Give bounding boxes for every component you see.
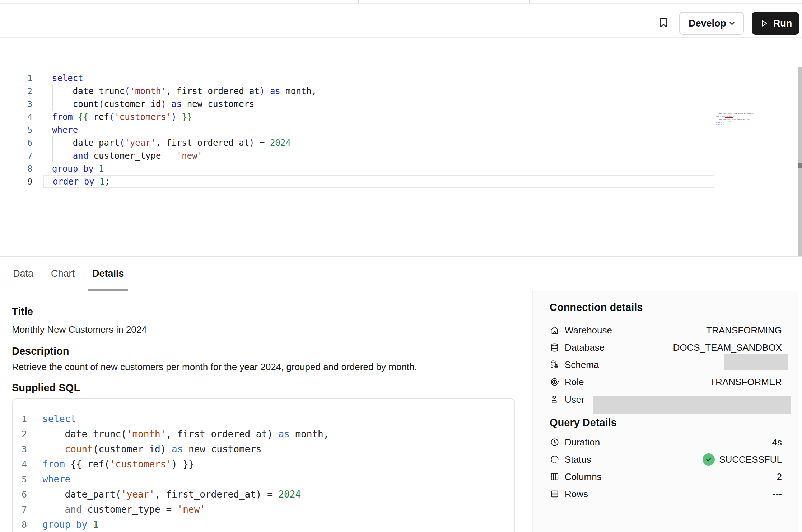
code-token: 1 (99, 164, 104, 174)
code-text: date_part('year', first_ordered_at) = 20… (43, 136, 714, 149)
code-token: count (42, 444, 93, 454)
code-line[interactable]: 2 date_trunc('month', first_ordered_at) … (0, 85, 714, 98)
code-token: customer_type = (82, 504, 177, 515)
chevron-down-icon (727, 19, 737, 28)
code-line[interactable]: 4from {{ ref('customers') }} (0, 111, 714, 123)
code-line[interactable]: 3 count(customer_id) as new_customers (0, 98, 714, 111)
line-number: 3 (0, 99, 43, 109)
code-token: month, (290, 429, 329, 439)
top-tab-strip (0, 0, 802, 4)
duration-row: Duration 4s (550, 434, 782, 451)
duration-icon (550, 437, 560, 447)
code-token: ( (125, 86, 130, 96)
role-row: Role TRANSFORMER (550, 373, 782, 391)
develop-label: Develop (689, 18, 726, 29)
tab-separator (358, 0, 359, 3)
code-token: 'customers' (725, 116, 733, 117)
code-token: from (42, 459, 65, 470)
sql-editor[interactable]: 1select2 date_trunc('month', first_order… (0, 38, 802, 256)
line-number: 1 (13, 414, 31, 424)
schema-label: Schema (565, 359, 599, 370)
line-number: 3 (13, 444, 31, 454)
code-token: ) (260, 86, 265, 96)
editor-code: 1select2 date_trunc('month', first_order… (0, 72, 714, 188)
code-text: order by 1; (43, 175, 714, 188)
code-token: ) (171, 112, 176, 122)
code-token: new_customers (182, 99, 254, 109)
user-label: User (565, 394, 584, 405)
code-token: month, (280, 86, 317, 96)
details-panel: Title Monthly New Customers in 2024 Desc… (0, 291, 802, 532)
line-number: 9 (0, 177, 43, 186)
code-line[interactable]: 9order by 1; (0, 175, 714, 188)
database-value: DOCS_TEAM_SANDBOX (673, 342, 782, 353)
tab-details[interactable]: Details (92, 257, 124, 291)
code-token: , first_ordered_at) (166, 429, 278, 439)
user-value-redacted (593, 396, 791, 414)
code-token: {{ ref( (65, 459, 110, 470)
role-value: TRANSFORMER (710, 377, 782, 388)
code-line[interactable]: 5where (0, 123, 714, 136)
code-token: order by (716, 123, 722, 125)
line-number: 4 (0, 112, 43, 122)
code-line: 3 count(customer_id) as new_customers (13, 442, 514, 457)
line-number: 8 (13, 519, 31, 530)
code-line: 7 and customer_type = 'new' (13, 502, 514, 517)
rows-label: Rows (565, 489, 588, 500)
schema-value-redacted (724, 354, 788, 370)
code-token: ( (99, 99, 104, 109)
code-token (73, 112, 78, 122)
code-line: 8group by 1 (13, 517, 514, 532)
develop-dropdown[interactable]: Develop (679, 12, 744, 35)
database-row: Database DOCS_TEAM_SANDBOX (550, 339, 782, 356)
run-button[interactable]: Run (752, 12, 799, 35)
code-token: month, (749, 113, 754, 114)
line-number: 7 (0, 151, 43, 160)
code-token (94, 164, 99, 174)
code-token: ( (109, 112, 114, 122)
code-line[interactable]: 7 and customer_type = 'new' (0, 149, 714, 162)
code-token: as (166, 99, 182, 109)
code-line[interactable]: 1select (0, 72, 714, 85)
code-line: 6 date_part('year', first_ordered_at) = … (13, 487, 514, 502)
line-number: 1 (0, 74, 43, 83)
code-token: , first_ordered_at (166, 86, 260, 96)
role-label: Role (565, 377, 584, 388)
code-line: 9order by 1; (716, 123, 756, 125)
code-token: 'new' (734, 120, 737, 122)
tab-separator (686, 0, 686, 3)
code-token: ) }} (172, 459, 194, 470)
status-icon (550, 454, 560, 465)
status-value: SUCCESSFUL (719, 454, 782, 465)
code-token: customer_type = (88, 151, 177, 161)
duration-value: 4s (772, 437, 782, 448)
database-label: Database (565, 342, 605, 353)
code-text: from {{ ref('customers') }} (43, 111, 714, 123)
user-icon (550, 395, 560, 405)
editor-scrollbar[interactable] (798, 67, 802, 271)
code-token: ( (120, 138, 125, 148)
supplied-sql-code-block: 1select2 date_trunc('month', first_order… (12, 398, 515, 532)
connection-details-heading: Connection details (550, 302, 643, 313)
code-line: 1select (13, 411, 514, 426)
rows-row: Rows --- (550, 485, 782, 503)
line-number: 5 (0, 125, 43, 135)
code-token: order by (53, 177, 94, 187)
bookmark-button[interactable] (656, 13, 671, 32)
details-left-pane: Title Monthly New Customers in 2024 Desc… (0, 291, 532, 532)
line-number: 2 (13, 429, 31, 439)
code-token: as (172, 444, 183, 454)
code-token (87, 519, 93, 530)
code-text: group by 1 (31, 517, 99, 532)
code-token: group by (52, 164, 94, 174)
code-line[interactable]: 8group by 1 (0, 162, 714, 175)
tab-separator (529, 0, 530, 3)
editor-minimap[interactable]: 1select2 date_trunc('month', first_order… (716, 111, 756, 125)
tab-chart[interactable]: Chart (51, 257, 75, 291)
line-number: 2 (0, 87, 43, 96)
tab-data[interactable]: Data (13, 257, 33, 291)
code-line[interactable]: 6 date_part('year', first_ordered_at) = … (0, 136, 714, 149)
code-token: 1 (99, 177, 104, 187)
database-icon (550, 342, 560, 353)
description-heading: Description (12, 345, 69, 357)
